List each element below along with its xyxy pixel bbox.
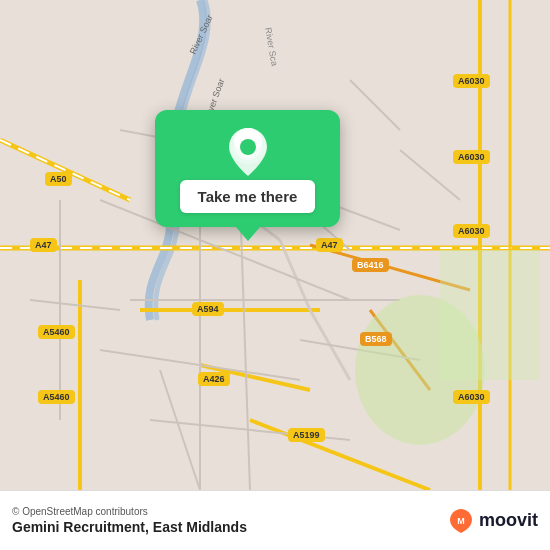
- location-popup: Take me there: [155, 110, 340, 227]
- road-badge-b568: B568: [360, 332, 392, 346]
- bottom-bar: © OpenStreetMap contributors Gemini Recr…: [0, 490, 550, 550]
- road-badge-a5460-top: A5460: [38, 325, 75, 339]
- moovit-logo: M moovit: [447, 507, 538, 535]
- osm-attribution: © OpenStreetMap contributors: [12, 506, 247, 517]
- road-badge-a47-right: A47: [316, 238, 343, 252]
- road-badge-a426: A426: [198, 372, 230, 386]
- road-badge-a594: A594: [192, 302, 224, 316]
- location-name: Gemini Recruitment, East Midlands: [12, 519, 247, 535]
- road-badge-a5460-bot: A5460: [38, 390, 75, 404]
- road-badge-a6030-2: A6030: [453, 150, 490, 164]
- road-badge-a6030-3: A6030: [453, 224, 490, 238]
- svg-rect-6: [440, 250, 540, 380]
- svg-text:M: M: [457, 516, 465, 526]
- location-pin-icon: [224, 124, 272, 172]
- road-badge-a47-left: A47: [30, 238, 57, 252]
- road-badge-a50: A50: [45, 172, 72, 186]
- road-badge-a6030-4: A6030: [453, 390, 490, 404]
- road-badge-a5199: A5199: [288, 428, 325, 442]
- moovit-icon: M: [447, 507, 475, 535]
- bottom-left-info: © OpenStreetMap contributors Gemini Recr…: [12, 506, 247, 535]
- road-badge-b6416: B6416: [352, 258, 389, 272]
- road-badge-a6030-1: A6030: [453, 74, 490, 88]
- take-me-there-button[interactable]: Take me there: [180, 180, 316, 213]
- map-container: River Soar River Soar: [0, 0, 550, 490]
- moovit-text: moovit: [479, 510, 538, 531]
- svg-point-12: [240, 139, 256, 155]
